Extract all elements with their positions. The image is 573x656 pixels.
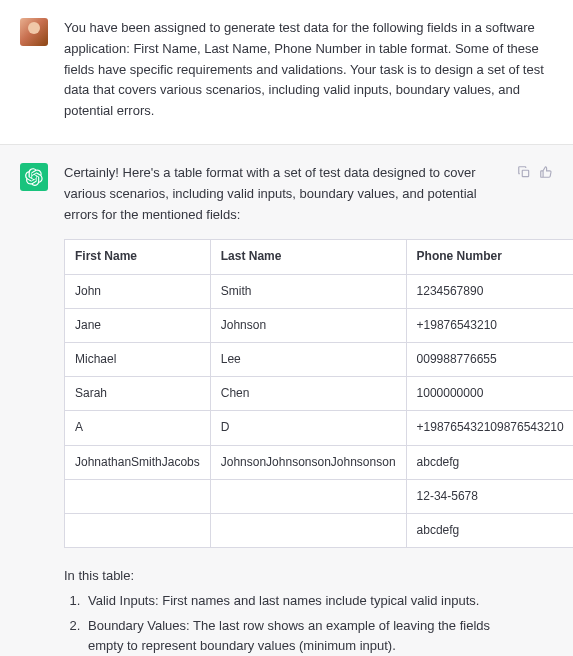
table-cell [210,479,406,513]
table-cell: Jane [65,308,211,342]
table-row: JohnathanSmithJacobsJohnsonJohnsonsonJoh… [65,445,574,479]
table-cell: JohnsonJohnsonsonJohnsonson [210,445,406,479]
table-header-row: First Name Last Name Phone Number [65,240,574,274]
table-row: JaneJohnson+19876543210 [65,308,574,342]
list-item: Valid Inputs: First names and last names… [84,591,501,612]
table-row: 12-34-5678 [65,479,574,513]
table-row: abcdefg [65,513,574,547]
table-row: AD+198765432109876543210 [65,411,574,445]
user-message-content: You have been assigned to generate test … [64,18,553,126]
assistant-message-content: Certainly! Here's a table format with a … [64,163,501,656]
assistant-intro: Certainly! Here's a table format with a … [64,163,501,225]
table-cell: Chen [210,377,406,411]
table-cell [65,479,211,513]
table-cell: Lee [210,342,406,376]
test-data-table: First Name Last Name Phone Number JohnSm… [64,239,573,548]
svg-rect-0 [522,170,528,176]
list-intro: In this table: [64,566,501,587]
thumbs-up-icon[interactable] [539,165,553,179]
table-cell: JohnathanSmithJacobs [65,445,211,479]
assistant-avatar [20,163,48,191]
openai-icon [25,168,43,186]
user-message: You have been assigned to generate test … [0,0,573,145]
message-actions [517,163,553,656]
table-cell [65,513,211,547]
table-cell: Smith [210,274,406,308]
table-cell: D [210,411,406,445]
col-header-lastname: Last Name [210,240,406,274]
table-cell: Johnson [210,308,406,342]
table-cell [210,513,406,547]
table-cell: Michael [65,342,211,376]
list-item: Boundary Values: The last row shows an e… [84,616,501,656]
copy-icon[interactable] [517,165,531,179]
col-header-firstname: First Name [65,240,211,274]
user-text: You have been assigned to generate test … [64,18,553,122]
explanation-list: Valid Inputs: First names and last names… [64,591,501,656]
table-row: JohnSmith1234567890 [65,274,574,308]
assistant-message: Certainly! Here's a table format with a … [0,145,573,656]
table-cell: Sarah [65,377,211,411]
user-avatar [20,18,48,46]
table-cell: John [65,274,211,308]
table-row: SarahChen1000000000 [65,377,574,411]
table-row: MichaelLee009988776655 [65,342,574,376]
table-cell: A [65,411,211,445]
